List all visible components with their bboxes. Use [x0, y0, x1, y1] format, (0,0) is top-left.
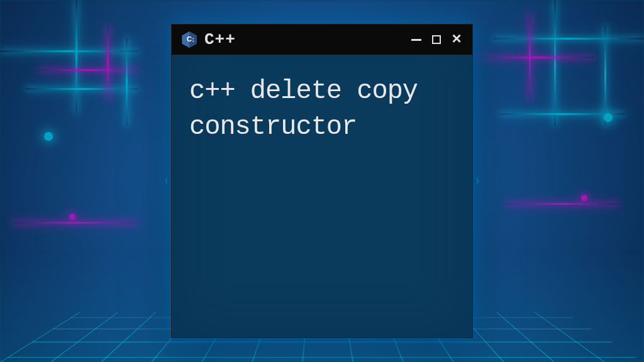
- close-icon: ×: [452, 31, 462, 48]
- terminal-window: C + + C++ × c++ delete copy constructor: [171, 24, 473, 338]
- maximize-icon: [432, 35, 441, 44]
- titlebar[interactable]: C + + C++ ×: [172, 25, 472, 55]
- svg-text:C: C: [187, 35, 192, 43]
- minimize-icon: [411, 39, 421, 41]
- maximize-button[interactable]: [430, 33, 443, 47]
- window-body: c++ delete copy constructor: [172, 55, 472, 163]
- close-button[interactable]: ×: [450, 33, 464, 47]
- svg-text:+: +: [192, 40, 194, 43]
- window-title: C++: [204, 30, 236, 49]
- minimize-button[interactable]: [409, 33, 423, 47]
- cpp-logo-icon: C + +: [180, 30, 198, 49]
- window-controls: ×: [409, 33, 464, 47]
